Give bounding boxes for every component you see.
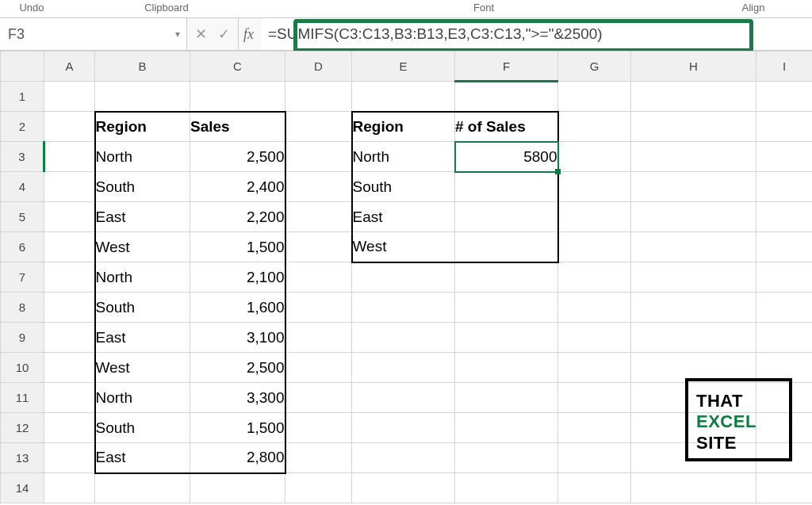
cell-B13[interactable]: East <box>95 443 190 473</box>
cell-H9[interactable] <box>631 323 756 353</box>
cell-C6[interactable]: 1,500 <box>190 232 285 262</box>
cell-H7[interactable] <box>631 262 756 293</box>
cell-D8[interactable] <box>285 293 352 323</box>
cell-G4[interactable] <box>558 172 631 202</box>
cell-C2[interactable]: Sales <box>190 112 285 142</box>
cell-C10[interactable]: 2,500 <box>190 353 285 383</box>
cell-B9[interactable]: East <box>95 323 190 353</box>
row-header-13[interactable]: 13 <box>1 443 44 473</box>
col-header-D[interactable]: D <box>285 52 352 82</box>
cell-I9[interactable] <box>756 323 813 353</box>
cell-B14[interactable] <box>95 473 190 503</box>
cell-E4[interactable]: South <box>352 172 455 202</box>
cell-G13[interactable] <box>558 443 631 473</box>
cell-H2[interactable] <box>631 112 756 142</box>
cell-A10[interactable] <box>44 353 95 383</box>
cell-G3[interactable] <box>558 142 631 172</box>
cell-A6[interactable] <box>44 232 95 262</box>
cell-G8[interactable] <box>558 293 631 323</box>
cell-F1[interactable] <box>455 82 558 112</box>
cell-F7[interactable] <box>455 262 558 293</box>
cell-C11[interactable]: 3,300 <box>190 383 285 413</box>
cell-B1[interactable] <box>95 82 190 112</box>
row-header-14[interactable]: 14 <box>1 473 44 503</box>
cell-H6[interactable] <box>631 232 756 262</box>
cell-I2[interactable] <box>756 112 813 142</box>
cell-G6[interactable] <box>558 232 631 262</box>
col-header-G[interactable]: G <box>558 52 631 82</box>
cell-A9[interactable] <box>44 323 95 353</box>
cell-D3[interactable] <box>285 142 352 172</box>
cell-B11[interactable]: North <box>95 383 190 413</box>
fx-icon[interactable]: fx <box>239 18 262 50</box>
cell-A11[interactable] <box>44 383 95 413</box>
cell-B12[interactable]: South <box>95 413 190 443</box>
cell-C1[interactable] <box>190 82 285 112</box>
row-header-9[interactable]: 9 <box>1 323 44 353</box>
name-box[interactable]: F3 ▾ <box>0 18 187 50</box>
cell-A13[interactable] <box>44 443 95 473</box>
cell-H4[interactable] <box>631 172 756 202</box>
cell-I6[interactable] <box>756 232 813 262</box>
row-header-5[interactable]: 5 <box>1 202 44 232</box>
cell-D11[interactable] <box>285 383 352 413</box>
cell-B4[interactable]: South <box>95 172 190 202</box>
cell-C5[interactable]: 2,200 <box>190 202 285 232</box>
cell-F3[interactable]: 5800 <box>455 142 558 172</box>
cell-B6[interactable]: West <box>95 232 190 262</box>
cell-F8[interactable] <box>455 293 558 323</box>
cell-H3[interactable] <box>631 142 756 172</box>
cell-B3[interactable]: North <box>95 142 190 172</box>
cell-I5[interactable] <box>756 202 813 232</box>
formula-input[interactable]: =SUMIFS(C3:C13,B3:B13,E3,C3:C13,">="&250… <box>262 18 812 50</box>
cell-G5[interactable] <box>558 202 631 232</box>
cell-E1[interactable] <box>352 82 455 112</box>
cell-F12[interactable] <box>455 413 558 443</box>
col-header-I[interactable]: I <box>756 52 813 82</box>
cell-A12[interactable] <box>44 413 95 443</box>
col-header-F[interactable]: F <box>455 52 558 82</box>
cell-G11[interactable] <box>558 383 631 413</box>
cell-B10[interactable]: West <box>95 353 190 383</box>
cell-F13[interactable] <box>455 443 558 473</box>
cell-F5[interactable] <box>455 202 558 232</box>
confirm-icon[interactable]: ✓ <box>218 25 230 43</box>
cell-B2[interactable]: Region <box>95 112 190 142</box>
col-header-E[interactable]: E <box>352 52 455 82</box>
cell-D1[interactable] <box>285 82 352 112</box>
cell-A2[interactable] <box>44 112 95 142</box>
row-header-8[interactable]: 8 <box>1 293 44 323</box>
cell-B5[interactable]: East <box>95 202 190 232</box>
cell-D12[interactable] <box>285 413 352 443</box>
cell-G7[interactable] <box>558 262 631 293</box>
cell-F4[interactable] <box>455 172 558 202</box>
col-header-B[interactable]: B <box>95 52 190 82</box>
cell-E13[interactable] <box>352 443 455 473</box>
col-header-H[interactable]: H <box>631 52 756 82</box>
cell-D14[interactable] <box>285 473 352 503</box>
cell-A5[interactable] <box>44 202 95 232</box>
cell-G2[interactable] <box>558 112 631 142</box>
cell-B8[interactable]: South <box>95 293 190 323</box>
row-header-4[interactable]: 4 <box>1 172 44 202</box>
cell-E7[interactable] <box>352 262 455 293</box>
cell-H14[interactable] <box>631 473 756 503</box>
cell-I14[interactable] <box>756 473 813 503</box>
fill-handle[interactable] <box>555 169 561 174</box>
cell-I3[interactable] <box>756 142 813 172</box>
row-header-10[interactable]: 10 <box>1 353 44 383</box>
cell-G9[interactable] <box>558 323 631 353</box>
cell-E5[interactable]: East <box>352 202 455 232</box>
cell-D13[interactable] <box>285 443 352 473</box>
cell-E6[interactable]: West <box>352 232 455 262</box>
cell-G14[interactable] <box>558 473 631 503</box>
cell-H8[interactable] <box>631 293 756 323</box>
row-header-11[interactable]: 11 <box>1 383 44 413</box>
cell-A14[interactable] <box>44 473 95 503</box>
cell-D5[interactable] <box>285 202 352 232</box>
cell-I4[interactable] <box>756 172 813 202</box>
cell-A4[interactable] <box>44 172 95 202</box>
cell-F2[interactable]: # of Sales <box>455 112 558 142</box>
cell-A7[interactable] <box>44 262 95 293</box>
cell-C4[interactable]: 2,400 <box>190 172 285 202</box>
